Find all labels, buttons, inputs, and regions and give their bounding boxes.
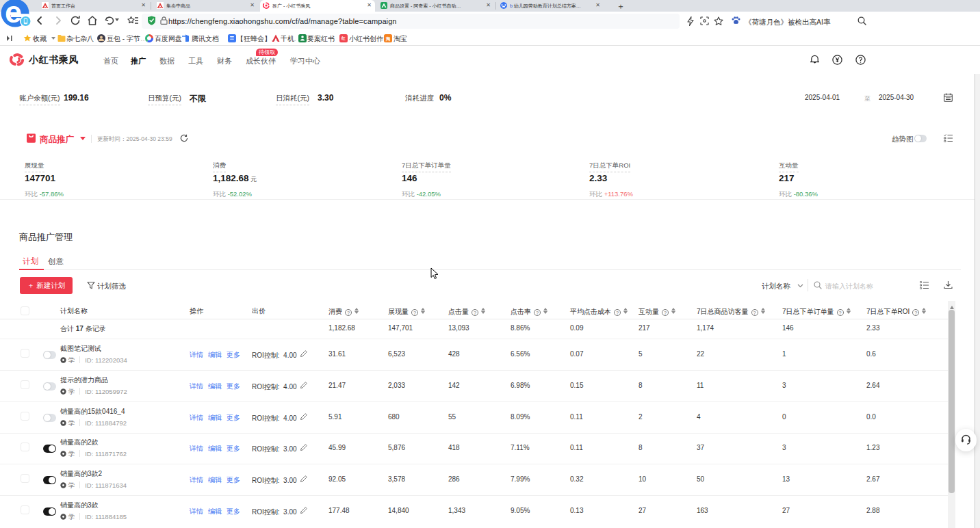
svg-text:红: 红 (341, 36, 346, 40)
svg-text:淘: 淘 (385, 36, 391, 42)
